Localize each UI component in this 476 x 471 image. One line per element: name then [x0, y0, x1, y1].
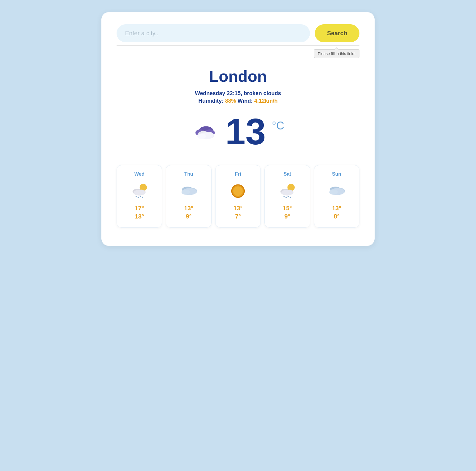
forecast-low-sat: 9° [270, 213, 305, 220]
svg-point-18 [182, 190, 190, 195]
wind-label: Wind: [238, 98, 254, 104]
forecast-low-sun: 8° [319, 213, 354, 220]
forecast-icon-thu [178, 182, 199, 200]
forecast-high-wed: 17° [122, 205, 157, 212]
validation-tooltip: Please fill in this field. [314, 49, 359, 58]
forecast-low-wed: 13° [122, 213, 157, 220]
svg-point-26 [284, 196, 285, 197]
svg-point-27 [286, 197, 287, 198]
forecast-card-sat: Sat 15° 9° [264, 165, 310, 228]
forecast-low-fri: 7° [220, 213, 256, 220]
forecast-day-wed: Wed [122, 171, 157, 177]
forecast-icon-fri [227, 182, 249, 200]
humidity-label: Humidity: [199, 98, 224, 104]
forecast-high-fri: 13° [220, 205, 256, 212]
forecast-icon-wed [129, 182, 150, 200]
forecast-low-thu: 9° [171, 213, 206, 220]
forecast-high-sun: 13° [319, 205, 354, 212]
weather-stats: Humidity: 88% Wind: 4.12km/h [117, 98, 359, 104]
city-name: London [117, 67, 359, 85]
forecast-card-sun: Sun 13° 8° [314, 165, 359, 228]
search-divider [117, 45, 359, 46]
weather-description: Wednesday 22:15, broken clouds [117, 90, 359, 97]
temperature-display: 13 °C [117, 113, 359, 150]
svg-point-6 [197, 134, 206, 139]
svg-point-11 [136, 196, 137, 197]
forecast-icon-sun [326, 182, 347, 200]
forecast-card-wed: Wed 17° 13° [117, 165, 162, 228]
city-search-input[interactable] [117, 24, 310, 42]
svg-point-10 [134, 190, 145, 196]
weather-card: Search Please fill in this field. London… [101, 12, 375, 246]
forecast-day-thu: Thu [171, 171, 206, 177]
forecast-day-sat: Sat [270, 171, 305, 177]
weather-info: Wednesday 22:15, broken clouds Humidity:… [117, 90, 359, 104]
forecast-day-sun: Sun [319, 171, 354, 177]
svg-point-29 [290, 197, 291, 198]
svg-point-33 [329, 190, 338, 195]
forecast-section: Wed 17° 13° T [117, 165, 359, 228]
humidity-value: 88% [225, 98, 236, 104]
forecast-card-fri: Fri 13° 7° [215, 165, 261, 228]
svg-point-28 [288, 196, 289, 197]
forecast-day-fri: Fri [220, 171, 256, 177]
tooltip-wrapper: Please fill in this field. [117, 47, 359, 58]
search-section: Search [117, 24, 359, 42]
temperature-unit: °C [272, 119, 284, 132]
forecast-high-thu: 13° [171, 205, 206, 212]
svg-point-21 [233, 186, 243, 196]
current-temperature: 13 [225, 113, 266, 150]
svg-point-12 [138, 197, 139, 198]
svg-point-14 [142, 197, 143, 198]
broken-cloud-icon [192, 121, 219, 142]
search-button[interactable]: Search [315, 24, 359, 42]
forecast-card-thu: Thu 13° 9° [166, 165, 211, 228]
forecast-high-sat: 15° [270, 205, 305, 212]
forecast-icon-sat [277, 182, 298, 200]
wind-value: 4.12km/h [254, 98, 277, 104]
svg-point-13 [140, 196, 141, 197]
svg-point-25 [282, 190, 293, 196]
